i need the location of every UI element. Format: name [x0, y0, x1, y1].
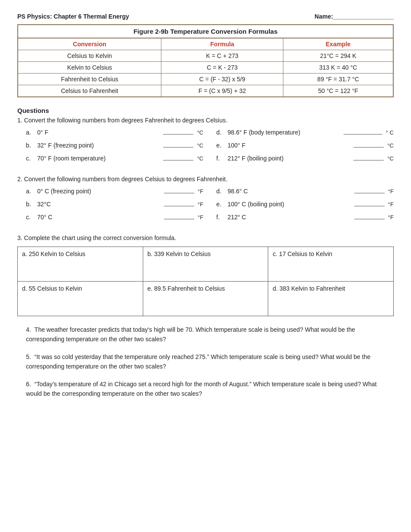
chart-row-0-col-1: b. 339 Kelvin to Celsius [143, 247, 268, 282]
header-name: Name:__________________ [315, 13, 394, 20]
table-row-2-col-2: 89 °F = 31.7 °C [283, 74, 393, 85]
q5-area: 5. “It was so cold yesterday that the te… [26, 352, 394, 372]
table-row-3-col-1: F = (C x 9/5) + 32 [161, 85, 283, 97]
q1-item-c: c. 70° F (room temperature) °C [26, 155, 203, 162]
q2-item-c: c. 70° C °F [26, 214, 203, 221]
q2-unit-e: °F [388, 201, 394, 208]
q2-item-d: d. 98.6° C °F [216, 188, 394, 195]
q2-label-e: e. [216, 201, 226, 208]
q1-label-f: f. [216, 155, 226, 162]
q2-label-f: f. [216, 214, 226, 221]
q2-item-b: b. 32°C °F [26, 201, 203, 208]
q2-unit-a: °F [198, 188, 203, 195]
q1-item-e: e. 100° F °C [216, 142, 394, 149]
q1-unit-c: °C [197, 155, 203, 162]
q2-item-f: f. 212° C °F [216, 214, 394, 221]
q4-text: The weather forecaster predicts that tod… [26, 326, 355, 343]
q1-unit-b: °C [197, 142, 203, 149]
q2-text-d: 98.6° C [228, 188, 351, 195]
q2-answer-d [354, 193, 385, 193]
col-header-formula: Formula [161, 38, 283, 50]
q2-unit-f: °F [388, 214, 394, 221]
q2-label-d: d. [216, 188, 226, 195]
table-row-0-col-1: K = C + 273 [161, 50, 283, 62]
q1-answer-d [344, 134, 382, 135]
q1-label-a: a. [26, 129, 35, 136]
chart-row-1-col-2: d. 383 Kelvin to Fahrenheit [268, 282, 394, 316]
q1-answer-e [353, 147, 384, 147]
table-row-2-col-0: Fahrenheit to Celsius [18, 74, 161, 85]
q1-answer-f [353, 160, 384, 160]
table-caption: Figure 2-9b Temperature Conversion Formu… [17, 24, 394, 38]
q1-text-e: 100° F [228, 142, 350, 149]
q1-text-c: 70° F (room temperature) [37, 155, 160, 162]
q6-text: “Today’s temperature of 42 in Chicago se… [26, 381, 377, 397]
q1-unit-d: ° C [386, 129, 394, 136]
q3-text: 3. Complete the chart using the correct … [17, 234, 394, 241]
chart-row-1-col-1: e. 89.5 Fahrenheit to Celsius [143, 282, 268, 316]
q2-text-c: 70° C [37, 214, 161, 221]
q2-label-c: c. [26, 214, 35, 221]
q1-item-d: d. 98.6° F (body temperature) ° C [216, 129, 394, 136]
q1-text-a: 0° F [37, 129, 160, 136]
q2-item-a: a. 0° C (freezing point) °F [26, 188, 203, 195]
q1-answer-a [163, 134, 193, 135]
table-row-2-col-1: C = (F - 32) x 5/9 [161, 74, 283, 85]
q6-num: 6. [26, 381, 31, 388]
q3-chart-table: a. 250 Kelvin to Celsiusb. 339 Kelvin to… [17, 247, 394, 316]
table-row-3-col-0: Celsius to Fahrenheit [18, 85, 161, 97]
q2-label-a: a. [26, 188, 35, 195]
q2-answer-c [164, 219, 194, 219]
q2-unit-b: °F [198, 201, 203, 208]
q4-question: 4. The weather forecaster predicts that … [26, 325, 394, 344]
q2-left-col: a. 0° C (freezing point) °F b. 32°C °F c… [26, 188, 203, 227]
q1-text-b: 32° F (freezing point) [37, 142, 160, 149]
table-row-1-col-2: 313 K = 40 °C [283, 62, 393, 74]
q2-answer-b [164, 206, 194, 206]
questions-section: Questions 1. Convert the following numbe… [17, 107, 394, 398]
q2-text-f: 212° C [228, 214, 351, 221]
table-row-1-col-1: C = K - 273 [161, 62, 283, 74]
q1-item-a: a. 0° F °C [26, 129, 203, 136]
chart-row-0-col-0: a. 250 Kelvin to Celsius [18, 247, 143, 282]
q1-right-col: d. 98.6° F (body temperature) ° C e. 100… [216, 129, 394, 168]
table-row-0-col-0: Celsius to Kelvin [18, 50, 161, 62]
col-header-example: Example [283, 38, 393, 50]
table-row-0-col-2: 21°C = 294 K [283, 50, 393, 62]
page-header: PS Physics: Chapter 6 Thermal Energy Nam… [17, 13, 394, 20]
q2-unit-c: °F [198, 214, 203, 221]
q1-unit-e: °C [387, 142, 394, 149]
q1-label-e: e. [216, 142, 226, 149]
q1-answer-c [163, 160, 193, 160]
q6-area: 6. “Today’s temperature of 42 in Chicago… [26, 379, 394, 399]
q5-text: “It was so cold yesterday that the tempe… [26, 353, 370, 370]
q2-text-a: 0° C (freezing point) [37, 188, 161, 195]
q2-grid: a. 0° C (freezing point) °F b. 32°C °F c… [26, 188, 394, 227]
questions-title: Questions [17, 107, 394, 114]
q5-num: 5. [26, 353, 31, 360]
q2-answer-e [354, 206, 385, 206]
conversion-table: Figure 2-9b Temperature Conversion Formu… [17, 24, 394, 97]
q1-left-col: a. 0° F °C b. 32° F (freezing point) °C … [26, 129, 203, 168]
q1-label-c: c. [26, 155, 35, 162]
q1-unit-f: °C [387, 155, 394, 162]
q4-num: 4. [26, 326, 31, 333]
q6-question: 6. “Today’s temperature of 42 in Chicago… [26, 379, 394, 399]
chart-row-1-col-0: d. 55 Celsius to Kelvin [18, 282, 143, 316]
q2-text-e: 100° C (boiling point) [228, 201, 351, 208]
q1-grid: a. 0° F °C b. 32° F (freezing point) °C … [26, 129, 394, 168]
q1-label-b: b. [26, 142, 35, 149]
q1-label-d: d. [216, 129, 226, 136]
q2-answer-a [164, 193, 194, 193]
q2-answer-f [354, 219, 385, 219]
q2-item-e: e. 100° C (boiling point) °F [216, 201, 394, 208]
table-row-3-col-2: 50 °C = 122 °F [283, 85, 393, 97]
header-title: PS Physics: Chapter 6 Thermal Energy [17, 13, 129, 20]
table-row-1-col-0: Kelvin to Celsius [18, 62, 161, 74]
chart-row-0-col-2: c. 17 Celsius to Kelvin [268, 247, 394, 282]
col-header-conversion: Conversion [18, 38, 161, 50]
q1-unit-a: °C [197, 129, 203, 136]
q2-right-col: d. 98.6° C °F e. 100° C (boiling point) … [216, 188, 394, 227]
q2-unit-d: °F [388, 188, 394, 195]
q2-text: 2. Convert the following numbers from de… [17, 176, 394, 183]
